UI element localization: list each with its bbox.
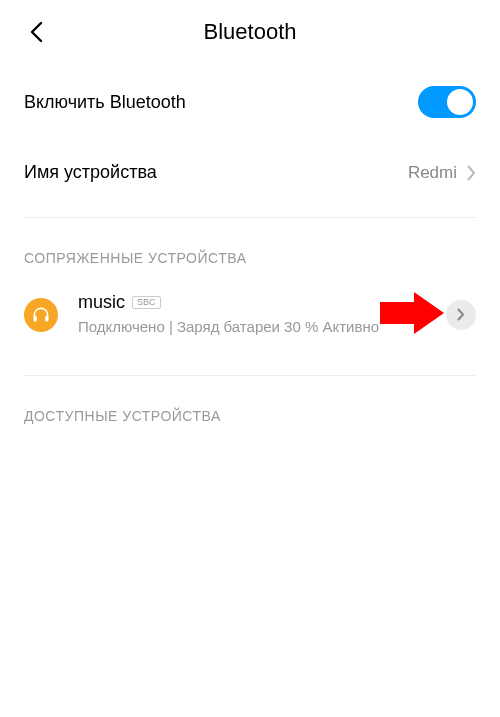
enable-bluetooth-label: Включить Bluetooth — [24, 92, 186, 113]
chevron-left-icon — [29, 21, 43, 43]
device-info: music SBC Подключено | Заряд батареи 30 … — [78, 292, 426, 337]
svg-rect-0 — [34, 315, 37, 321]
device-name: music — [78, 292, 125, 313]
enable-bluetooth-row[interactable]: Включить Bluetooth — [0, 64, 500, 140]
headphones-icon — [24, 298, 58, 332]
device-name-row[interactable]: Имя устройства Redmi — [0, 140, 500, 205]
available-devices-header: ДОСТУПНЫЕ УСТРОЙСТВА — [0, 376, 500, 432]
toggle-knob — [447, 89, 473, 115]
bluetooth-toggle[interactable] — [418, 86, 476, 118]
paired-devices-header: СОПРЯЖЕННЫЕ УСТРОЙСТВА — [0, 218, 500, 274]
device-settings-button[interactable] — [446, 300, 476, 330]
codec-badge: SBC — [132, 296, 161, 309]
svg-rect-1 — [45, 315, 48, 321]
back-button[interactable] — [24, 20, 48, 44]
chevron-right-icon — [467, 165, 476, 181]
paired-device-row[interactable]: music SBC Подключено | Заряд батареи 30 … — [0, 274, 500, 355]
device-name-value: Redmi — [408, 163, 457, 183]
page-title: Bluetooth — [204, 19, 297, 45]
chevron-right-icon — [457, 308, 465, 321]
device-status: Подключено | Заряд батареи 30 % Активно — [78, 317, 426, 337]
device-name-label: Имя устройства — [24, 162, 157, 183]
